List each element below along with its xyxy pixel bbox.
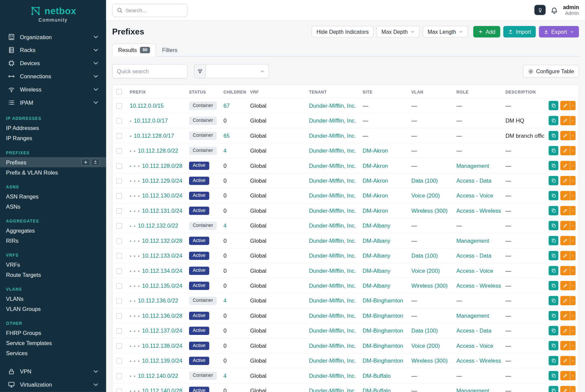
copy-button[interactable] — [549, 356, 558, 365]
edit-dropdown-button[interactable] — [570, 161, 576, 171]
copy-button[interactable] — [549, 101, 558, 110]
hide-depth-indicators-button[interactable]: Hide Depth Indicators — [312, 26, 374, 37]
tenant-link[interactable]: Dunder-Mifflin, Inc. — [309, 297, 356, 304]
sidebar-item-racks[interactable]: Racks — [0, 44, 106, 57]
role-link[interactable]: Access - Data — [456, 253, 491, 259]
edit-button[interactable] — [560, 281, 570, 290]
copy-button[interactable] — [549, 251, 558, 260]
tenant-link[interactable]: Dunder-Mifflin, Inc. — [309, 267, 356, 274]
row-checkbox[interactable] — [116, 193, 122, 199]
edit-dropdown-button[interactable] — [570, 266, 576, 276]
site-link[interactable]: DM-Akron — [363, 178, 388, 184]
sidebar-item-asn-ranges[interactable]: ASN Ranges — [0, 191, 106, 202]
tenant-link[interactable]: Dunder-Mifflin, Inc. — [309, 162, 356, 169]
prefix-link[interactable]: 10.112.132.0/28 — [142, 237, 182, 244]
copy-button[interactable] — [549, 131, 558, 140]
edit-button[interactable] — [560, 116, 570, 125]
children-count-link[interactable]: 4 — [223, 148, 227, 154]
edit-dropdown-button[interactable] — [570, 296, 576, 306]
sidebar-item-services[interactable]: Services — [0, 348, 106, 358]
edit-button[interactable] — [560, 311, 570, 320]
copy-button[interactable] — [549, 191, 558, 201]
copy-button[interactable] — [549, 311, 558, 320]
prefix-link[interactable]: 10.112.134.0/24 — [142, 267, 182, 274]
site-link[interactable]: DM-Binghamton — [363, 297, 403, 304]
row-checkbox[interactable] — [116, 373, 122, 379]
row-checkbox[interactable] — [116, 208, 122, 214]
sidebar-item-connections[interactable]: Connections — [0, 70, 106, 83]
prefix-link[interactable]: 10.112.130.0/24 — [142, 192, 182, 199]
copy-button[interactable] — [549, 206, 558, 215]
sidebar-item-ipam[interactable]: IPAM — [0, 96, 106, 109]
tenant-link[interactable]: Dunder-Mifflin, Inc. — [309, 117, 356, 124]
tenant-link[interactable]: Dunder-Mifflin, Inc. — [309, 178, 356, 184]
edit-button[interactable] — [560, 356, 570, 365]
column-header-tenant[interactable]: TENANT — [305, 85, 359, 98]
vlan-link[interactable]: Data (100) — [411, 178, 438, 184]
row-checkbox[interactable] — [116, 389, 122, 392]
netbox-logo[interactable]: netbox Community — [0, 0, 106, 27]
column-header-status[interactable]: STATUS — [185, 85, 220, 98]
vlan-link[interactable]: Wireless (300) — [411, 358, 448, 364]
role-link[interactable]: Access - Voice — [456, 192, 493, 199]
tenant-link[interactable]: Dunder-Mifflin, Inc. — [309, 313, 356, 319]
sidebar-item-prefix-vlan-roles[interactable]: Prefix & VLAN Roles — [0, 167, 106, 177]
sidebar-item-virtualization[interactable]: Virtualization — [0, 378, 106, 391]
sidebar-item-prefixes[interactable]: Prefixes — [0, 157, 106, 167]
role-link[interactable]: Access - Voice — [456, 342, 493, 349]
row-checkbox[interactable] — [116, 298, 122, 304]
site-link[interactable]: DM-Buffalo — [363, 388, 391, 392]
copy-button[interactable] — [549, 116, 558, 125]
edit-button[interactable] — [560, 326, 570, 336]
user-menu[interactable]: admin Admin — [563, 4, 579, 17]
role-link[interactable]: Access - Voice — [456, 267, 493, 274]
role-link[interactable]: Management — [456, 313, 489, 319]
saved-filter-select[interactable] — [206, 64, 269, 78]
tenant-link[interactable]: Dunder-Mifflin, Inc. — [309, 148, 356, 154]
row-checkbox[interactable] — [116, 223, 122, 229]
site-link[interactable]: DM-Binghamton — [363, 358, 403, 364]
edit-dropdown-button[interactable] — [570, 386, 576, 392]
children-count-link[interactable]: 65 — [223, 132, 230, 139]
copy-button[interactable] — [549, 326, 558, 336]
site-link[interactable]: DM-Akron — [363, 208, 388, 214]
global-search-input[interactable] — [126, 7, 183, 13]
prefix-link[interactable]: 10.112.138.0/24 — [142, 342, 182, 349]
sidebar-item-vpn[interactable]: VPN — [0, 365, 106, 378]
sidebar-import-prefix-button[interactable] — [91, 159, 100, 166]
notifications-bell-icon[interactable] — [551, 6, 558, 14]
vlan-link[interactable]: Voice (200) — [411, 267, 440, 274]
vlan-link[interactable]: Wireless (300) — [411, 208, 448, 214]
edit-dropdown-button[interactable] — [570, 281, 576, 290]
vlan-link[interactable]: Wireless (300) — [411, 283, 448, 289]
tenant-link[interactable]: Dunder-Mifflin, Inc. — [309, 358, 356, 364]
tenant-link[interactable]: Dunder-Mifflin, Inc. — [309, 208, 356, 214]
copy-button[interactable] — [549, 146, 558, 155]
prefix-link[interactable]: 10.112.132.0/22 — [138, 223, 178, 229]
prefix-link[interactable]: 10.112.128.0/28 — [142, 162, 182, 169]
tenant-link[interactable]: Dunder-Mifflin, Inc. — [309, 388, 356, 392]
add-button[interactable]: Add — [473, 26, 500, 37]
sidebar-item-organization[interactable]: Organization — [0, 30, 106, 44]
copy-button[interactable] — [549, 176, 558, 185]
tenant-link[interactable]: Dunder-Mifflin, Inc. — [309, 328, 356, 334]
filter-funnel-button[interactable] — [194, 64, 206, 78]
tenant-link[interactable]: Dunder-Mifflin, Inc. — [309, 283, 356, 289]
column-header-children[interactable]: CHILDREN — [220, 85, 246, 98]
edit-dropdown-button[interactable] — [570, 341, 576, 350]
edit-button[interactable] — [560, 101, 570, 110]
tenant-link[interactable]: Dunder-Mifflin, Inc. — [309, 192, 356, 199]
sidebar-add-prefix-button[interactable] — [81, 159, 90, 166]
edit-button[interactable] — [560, 176, 570, 185]
edit-dropdown-button[interactable] — [570, 236, 576, 245]
edit-dropdown-button[interactable] — [570, 251, 576, 260]
sidebar-item-aggregates[interactable]: Aggregates — [0, 226, 106, 236]
edit-dropdown-button[interactable] — [570, 356, 576, 365]
sidebar-item-ip-addresses[interactable]: IP Addresses — [0, 123, 106, 133]
role-link[interactable]: Access - Data — [456, 178, 491, 184]
edit-button[interactable] — [560, 161, 570, 171]
site-link[interactable]: DM-Binghamton — [363, 342, 403, 349]
row-checkbox[interactable] — [116, 329, 122, 334]
role-link[interactable]: Access - Data — [456, 328, 491, 334]
copy-button[interactable] — [549, 371, 558, 381]
